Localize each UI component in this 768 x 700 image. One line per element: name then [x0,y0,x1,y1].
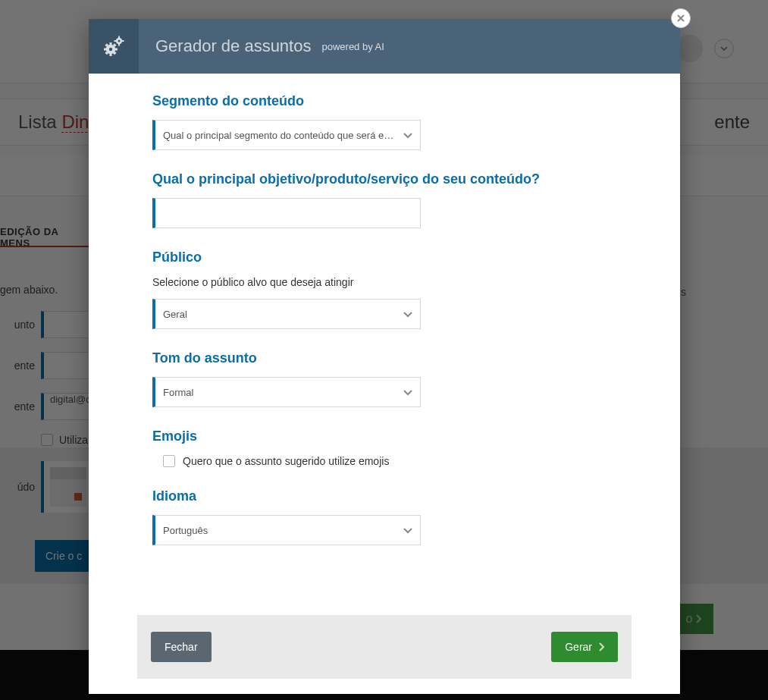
select-segmento-value: Qual o principal segmento do conteúdo qu… [163,130,394,141]
modal-body[interactable]: Segmento do conteúdo Qual o principal se… [152,93,632,615]
label-segmento: Segmento do conteúdo [152,93,610,109]
field-idioma: Idioma Português [152,488,610,545]
label-publico: Público [152,250,610,265]
label-tom: Tom do assunto [152,350,610,366]
field-objetivo: Qual o principal objetivo/produto/serviç… [152,171,610,228]
chevron-down-icon [403,385,412,399]
desc-publico: Selecione o público alvo que deseja atin… [152,276,610,288]
generate-button-label: Gerar [565,641,592,653]
label-emojis: Emojis [152,428,610,444]
field-tom: Tom do assunto Formal [152,350,610,407]
field-publico: Público Selecione o público alvo que des… [152,250,610,329]
select-segmento[interactable]: Qual o principal segmento do conteúdo qu… [152,120,421,150]
select-idioma[interactable]: Português [152,515,421,545]
chevron-down-icon [403,523,412,537]
modal-header-iconbox [89,19,139,74]
input-objetivo[interactable] [152,198,421,228]
svg-rect-13 [118,44,120,46]
svg-point-11 [118,40,121,42]
close-button[interactable]: Fechar [151,632,212,662]
svg-rect-4 [104,49,107,51]
checkbox-emojis[interactable] [163,455,175,467]
field-emojis: Emojis Quero que o assunto sugerido util… [152,428,610,467]
gears-icon [102,35,125,58]
select-tom-value: Formal [163,387,394,398]
checkbox-emojis-label: Quero que o assunto sugerido utilize emo… [183,455,389,467]
chevron-down-icon [403,128,412,142]
svg-rect-2 [110,42,112,46]
select-publico-value: Geral [163,309,394,320]
svg-point-1 [109,48,112,51]
chevron-right-icon [598,642,604,651]
input-objetivo-field[interactable] [163,208,394,219]
modal-close-button[interactable] [671,8,691,28]
close-icon [677,14,685,22]
svg-rect-5 [114,49,118,51]
modal-footer: Fechar Gerar [137,615,632,679]
modal-body-wrap: Segmento do conteúdo Qual o principal se… [89,74,680,615]
select-idioma-value: Português [163,525,394,536]
chevron-down-icon [403,307,412,321]
label-objetivo: Qual o principal objetivo/produto/serviç… [152,171,610,187]
select-tom[interactable]: Formal [152,377,421,407]
field-segmento: Segmento do conteúdo Qual o principal se… [152,93,610,150]
generate-button[interactable]: Gerar [551,632,618,662]
close-button-label: Fechar [165,641,198,653]
select-publico[interactable]: Geral [152,299,421,329]
svg-rect-3 [110,53,112,56]
svg-rect-15 [122,40,124,42]
modal-subtitle: powered by AI [321,41,384,52]
modal-title: Gerador de assuntos [155,36,311,56]
svg-rect-14 [114,40,117,42]
label-idioma: Idioma [152,488,610,504]
subject-generator-modal: Gerador de assuntos powered by AI Segmen… [89,19,680,694]
modal-header: Gerador de assuntos powered by AI [89,19,680,74]
svg-rect-12 [118,36,120,39]
